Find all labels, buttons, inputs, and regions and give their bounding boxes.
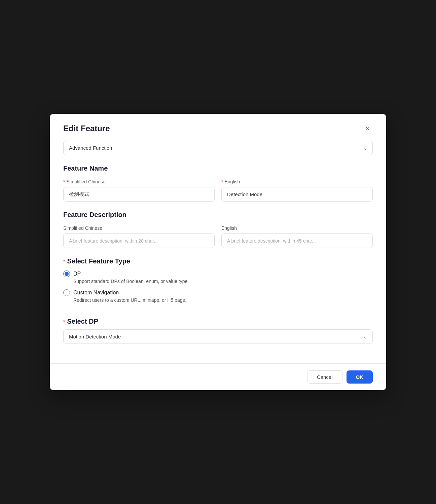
edit-feature-modal: Edit Feature × Advanced FunctionBasic Fu…: [50, 114, 386, 390]
feature-type-custom-nav-item: Custom Navigation Redirect users to a cu…: [63, 289, 373, 303]
feature-name-en-input[interactable]: [221, 187, 373, 202]
feature-type-dp-desc: Support standard DPs of Boolean, enum, o…: [73, 279, 373, 284]
select-dp-dropdown-wrapper: Motion Detection ModeOther Option ⌄: [63, 329, 373, 344]
feature-type-custom-nav-text: Custom Navigation: [73, 290, 119, 296]
feature-desc-zh-input[interactable]: [63, 233, 215, 248]
select-dp-required-star: *: [63, 319, 65, 324]
feature-name-zh-group: * Simplified Chinese: [63, 179, 215, 202]
feature-name-fields: * Simplified Chinese * English: [63, 179, 373, 202]
feature-name-title: Feature Name: [63, 165, 373, 172]
feature-description-fields: Simplified Chinese English: [63, 225, 373, 248]
feature-name-zh-required-star: *: [63, 179, 65, 184]
function-type-dropdown-wrapper: Advanced FunctionBasic Function ⌄: [63, 141, 373, 155]
select-dp-section: * Select DP Motion Detection ModeOther O…: [63, 318, 373, 344]
modal-body: Advanced FunctionBasic Function ⌄ Featur…: [50, 141, 386, 363]
ok-button[interactable]: OK: [347, 370, 373, 384]
select-feature-type-required-star: *: [63, 259, 65, 264]
feature-type-dp-text: DP: [73, 271, 81, 277]
select-feature-type-header: * Select Feature Type: [63, 257, 373, 265]
feature-type-radio-group: DP Support standard DPs of Boolean, enum…: [63, 271, 373, 308]
feature-desc-zh-label: Simplified Chinese: [63, 225, 215, 231]
feature-desc-en-input[interactable]: [221, 233, 373, 248]
feature-desc-zh-group: Simplified Chinese: [63, 225, 215, 248]
cancel-button[interactable]: Cancel: [307, 370, 342, 384]
feature-type-custom-nav-radio[interactable]: [63, 289, 70, 296]
feature-name-en-label: * English: [221, 179, 373, 184]
select-dp-header: * Select DP: [63, 318, 373, 325]
function-type-section: Advanced FunctionBasic Function ⌄: [63, 141, 373, 155]
feature-type-custom-nav-label[interactable]: Custom Navigation: [63, 289, 373, 296]
feature-name-en-group: * English: [221, 179, 373, 202]
feature-type-dp-label[interactable]: DP: [63, 271, 373, 277]
feature-name-en-required-star: *: [221, 179, 223, 184]
close-button[interactable]: ×: [362, 123, 373, 134]
modal-header: Edit Feature ×: [50, 114, 386, 141]
feature-name-zh-label: * Simplified Chinese: [63, 179, 215, 184]
modal-title: Edit Feature: [63, 124, 110, 133]
feature-desc-en-label: English: [221, 225, 373, 231]
feature-type-custom-nav-desc: Redirect users to a custom URL, miniapp,…: [73, 297, 373, 303]
function-type-select[interactable]: Advanced FunctionBasic Function: [63, 141, 373, 155]
modal-footer: Cancel OK: [50, 363, 386, 390]
select-dp-select[interactable]: Motion Detection ModeOther Option: [63, 329, 373, 344]
select-dp-title: Select DP: [67, 318, 98, 325]
feature-name-zh-input[interactable]: [63, 187, 215, 202]
feature-description-section: Feature Description Simplified Chinese E…: [63, 211, 373, 248]
feature-name-section: Feature Name * Simplified Chinese *: [63, 165, 373, 202]
feature-type-dp-item: DP Support standard DPs of Boolean, enum…: [63, 271, 373, 284]
feature-description-title: Feature Description: [63, 211, 373, 219]
feature-type-dp-radio[interactable]: [63, 271, 70, 277]
select-feature-type-section: * Select Feature Type DP Support standar…: [63, 257, 373, 308]
feature-desc-en-group: English: [221, 225, 373, 248]
select-feature-type-title: Select Feature Type: [67, 257, 130, 265]
